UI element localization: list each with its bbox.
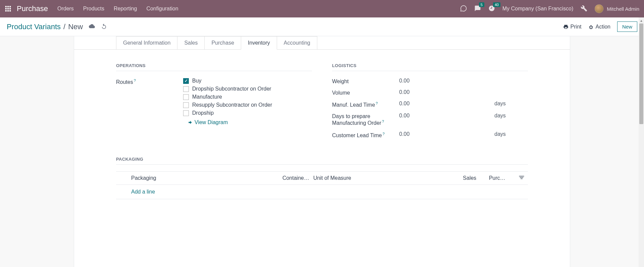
help-icon[interactable]: ?	[376, 101, 378, 105]
customer-lead-unit: days	[494, 131, 528, 137]
app-brand[interactable]: Purchase	[17, 4, 48, 13]
apps-icon[interactable]	[5, 5, 11, 12]
days-prepare-unit: days	[494, 113, 528, 119]
topbar-right: 5 40 My Company (San Francisco) Mitchell…	[460, 4, 639, 13]
weight-value[interactable]: 0.00	[399, 78, 494, 84]
topbar: Purchase Orders Products Reporting Confi…	[0, 0, 644, 17]
breadcrumb-root[interactable]: Product Variants	[7, 22, 61, 31]
activities-badge: 40	[493, 2, 500, 7]
support-icon[interactable]	[460, 5, 467, 13]
checkbox-icon[interactable]	[183, 86, 189, 92]
tab-inventory[interactable]: Inventory	[241, 36, 277, 50]
route-manufacture[interactable]: Manufacture	[183, 94, 272, 100]
tab-general-information[interactable]: General Information	[116, 36, 177, 50]
manuf-lead-unit: days	[494, 101, 528, 107]
checkbox-icon[interactable]	[183, 78, 189, 84]
breadcrumb-current: New	[68, 22, 83, 31]
packaging-section: PACKAGING Packaging Containe… Unit of Me…	[74, 150, 570, 206]
routes-label: Routes?	[116, 78, 183, 85]
column-options-icon[interactable]	[515, 175, 528, 181]
add-line-link[interactable]: Add a line	[131, 189, 155, 195]
checkbox-icon[interactable]	[183, 94, 189, 100]
new-button[interactable]: New	[617, 21, 637, 32]
avatar	[595, 4, 603, 13]
subheader: Product Variants / New Print Action New	[0, 17, 644, 36]
svg-rect-2	[9, 6, 11, 7]
scrollbar[interactable]: ▲	[639, 17, 644, 267]
customer-lead-value[interactable]: 0.00	[399, 131, 494, 137]
col-sales[interactable]: Sales	[463, 175, 489, 181]
action-button[interactable]: Action	[588, 24, 610, 30]
weight-label: Weight	[332, 78, 349, 84]
svg-rect-7	[7, 10, 9, 11]
tab-accounting[interactable]: Accounting	[277, 36, 317, 50]
user-menu[interactable]: Mitchell Admin	[595, 4, 639, 13]
packaging-title: PACKAGING	[116, 157, 528, 165]
nav-products[interactable]: Products	[83, 6, 104, 12]
breadcrumb: Product Variants / New	[7, 22, 83, 31]
content: General Information Sales Purchase Inven…	[74, 36, 570, 267]
col-purchase[interactable]: Purc…	[489, 175, 515, 181]
scroll-thumb[interactable]	[639, 23, 643, 124]
svg-rect-4	[7, 8, 9, 9]
discard-icon[interactable]	[101, 23, 107, 30]
tab-sales[interactable]: Sales	[177, 36, 205, 50]
logistics-section: LOGISTICS Weight 0.00 Volume 0.00 Manuf.…	[332, 63, 528, 143]
manuf-lead-label: Manuf. Lead Time	[332, 102, 375, 108]
cloud-save-icon[interactable]	[89, 23, 95, 30]
route-resupply-subcontractor[interactable]: Resupply Subcontractor on Order	[183, 102, 272, 108]
tab-purchase[interactable]: Purchase	[204, 36, 241, 50]
messages-badge: 5	[479, 2, 484, 7]
company-selector[interactable]: My Company (San Francisco)	[502, 6, 574, 12]
checkbox-icon[interactable]	[183, 110, 189, 116]
svg-rect-5	[9, 8, 11, 9]
svg-rect-8	[9, 10, 11, 11]
days-prepare-label: Days to prepare Manufacturing Order	[332, 113, 381, 126]
svg-rect-1	[7, 6, 9, 7]
days-prepare-value[interactable]: 0.00	[399, 113, 494, 119]
customer-lead-label: Customer Lead Time	[332, 132, 382, 138]
logistics-title: LOGISTICS	[332, 63, 528, 71]
help-icon[interactable]: ?	[382, 119, 384, 123]
col-packaging[interactable]: Packaging	[116, 175, 282, 181]
route-dropship-subcontractor[interactable]: Dropship Subcontractor on Order	[183, 86, 272, 92]
route-buy[interactable]: Buy	[183, 78, 272, 84]
nav-configuration[interactable]: Configuration	[146, 6, 178, 12]
checkbox-icon[interactable]	[183, 102, 189, 108]
svg-rect-11	[521, 178, 523, 179]
user-name: Mitchell Admin	[607, 6, 639, 12]
svg-rect-6	[5, 10, 7, 11]
view-diagram-link[interactable]: View Diagram	[188, 119, 272, 125]
route-dropship[interactable]: Dropship	[183, 110, 272, 116]
help-icon[interactable]: ?	[383, 132, 385, 136]
col-contained[interactable]: Containe…	[282, 175, 313, 181]
operations-section: OPERATIONS Routes? Buy Dropship Subcontr…	[116, 63, 312, 143]
manuf-lead-value[interactable]: 0.00	[399, 101, 494, 107]
volume-label: Volume	[332, 90, 350, 96]
nav-reporting[interactable]: Reporting	[114, 6, 137, 12]
operations-title: OPERATIONS	[116, 63, 312, 71]
print-button[interactable]: Print	[563, 24, 582, 30]
volume-value[interactable]: 0.00	[399, 89, 494, 95]
breadcrumb-sep: /	[63, 22, 65, 31]
svg-rect-9	[519, 176, 524, 176]
scroll-up-icon[interactable]: ▲	[639, 17, 644, 23]
activities-icon[interactable]: 40	[488, 5, 495, 13]
nav-menu: Orders Products Reporting Configuration	[57, 6, 460, 12]
tabs: General Information Sales Purchase Inven…	[74, 36, 570, 50]
svg-rect-10	[520, 177, 523, 178]
tools-icon[interactable]	[581, 5, 587, 13]
packaging-header: Packaging Containe… Unit of Measure Sale…	[116, 171, 528, 185]
routes-list: Buy Dropship Subcontractor on Order Manu…	[183, 78, 272, 125]
svg-rect-0	[5, 6, 7, 7]
messages-icon[interactable]: 5	[474, 5, 481, 13]
help-icon[interactable]: ?	[134, 78, 136, 83]
nav-orders[interactable]: Orders	[57, 6, 74, 12]
svg-rect-3	[5, 8, 7, 9]
col-uom[interactable]: Unit of Measure	[313, 175, 463, 181]
